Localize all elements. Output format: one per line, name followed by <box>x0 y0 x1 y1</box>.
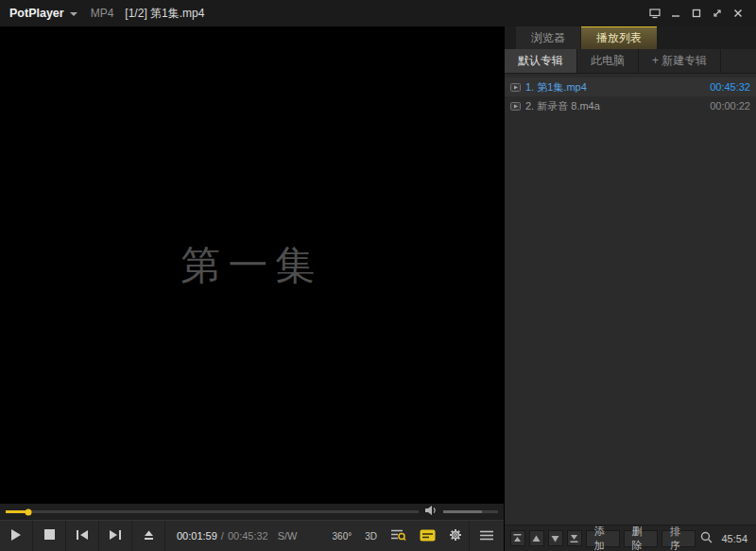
time-separator: / <box>221 530 224 542</box>
move-bottom-icon <box>570 532 578 545</box>
decoder-badge: S/W <box>278 530 298 542</box>
album-tab-new[interactable]: + 新建专辑 <box>639 49 721 73</box>
subtitle-button[interactable] <box>413 521 442 551</box>
maximize-button[interactable] <box>686 4 707 23</box>
playlist-search-button[interactable] <box>384 521 413 551</box>
close-icon <box>732 8 744 19</box>
potplayer-window: PotPlayer MP4 [1/2] 第1集.mp4 <box>0 0 756 551</box>
search-icon <box>700 531 713 546</box>
titlebar: PotPlayer MP4 [1/2] 第1集.mp4 <box>0 0 756 26</box>
window-controls <box>644 4 748 23</box>
playlist-search-icon <box>390 528 406 543</box>
maximize-icon <box>691 8 702 19</box>
tab-browser[interactable]: 浏览器 <box>516 26 580 49</box>
album-tab-default[interactable]: 默认专辑 <box>505 49 577 73</box>
playlist-item-name: 1. 第1集.mp4 <box>525 80 705 95</box>
skip-next-icon <box>109 529 122 543</box>
previous-button[interactable] <box>66 521 99 551</box>
playlist-item[interactable]: 2. 新录音 8.m4a 00:00:22 <box>505 96 756 115</box>
search-button[interactable] <box>699 530 714 546</box>
time-display: 00:01:59 / 00:45:32 S/W <box>165 521 309 551</box>
total-time: 00:45:32 <box>228 530 268 542</box>
open-eject-button[interactable] <box>132 521 165 551</box>
playlist-total-time: 45:54 <box>717 533 750 544</box>
eject-icon <box>143 529 155 543</box>
stop-button[interactable] <box>33 521 66 551</box>
hamburger-menu-icon <box>480 530 493 542</box>
skip-previous-icon <box>76 529 89 543</box>
app-title: PotPlayer <box>9 7 64 20</box>
media-file-icon <box>510 102 521 111</box>
playlist-item-duration: 00:45:32 <box>710 81 750 93</box>
playlist-item[interactable]: 1. 第1集.mp4 00:45:32 <box>505 77 756 96</box>
seek-knob[interactable] <box>26 508 32 515</box>
video-column: 第一集 <box>0 26 504 551</box>
playlist-item-duration: 00:00:22 <box>710 100 750 112</box>
panel-tabs: 浏览器 播放列表 <box>505 26 756 49</box>
play-icon <box>10 528 22 544</box>
main-area: 第一集 <box>0 26 756 551</box>
volume-icon[interactable] <box>424 505 438 519</box>
tab-playlist[interactable]: 播放列表 <box>581 26 657 49</box>
move-down-icon <box>551 532 559 545</box>
move-top-icon <box>513 532 522 545</box>
fullscreen-icon <box>712 8 723 19</box>
transport-bar: 00:01:59 / 00:45:32 S/W 360° 3D <box>0 520 504 551</box>
chevron-down-icon <box>70 12 77 16</box>
playlist-panel: 浏览器 播放列表 默认专辑 此电脑 + 新建专辑 1. 第1集.mp4 00:4… <box>504 26 756 551</box>
seek-row <box>0 504 504 520</box>
transport-right-buttons: 360° 3D <box>326 521 504 551</box>
playlist-footer: 添加 删除 排序 45:54 <box>505 525 756 551</box>
play-button[interactable] <box>0 521 33 551</box>
move-bottom-button[interactable] <box>567 530 582 546</box>
close-button[interactable] <box>728 4 748 23</box>
subtitle-icon <box>420 529 436 543</box>
window-title: [1/2] 第1集.mp4 <box>125 6 204 22</box>
move-down-button[interactable] <box>548 530 563 546</box>
playlist-item-name: 2. 新录音 8.m4a <box>525 99 705 113</box>
playlist: 1. 第1集.mp4 00:45:32 2. 新录音 8.m4a 00:00:2… <box>505 74 756 525</box>
video-area[interactable]: 第一集 <box>0 26 504 504</box>
always-on-top-button[interactable] <box>644 4 665 23</box>
album-tabs-filler <box>721 49 756 73</box>
always-on-top-icon <box>649 8 661 19</box>
seek-bar[interactable] <box>6 510 419 513</box>
mode-3d-button[interactable]: 3D <box>358 521 384 551</box>
album-tabs: 默认专辑 此电脑 + 新建专辑 <box>505 49 756 74</box>
next-button[interactable] <box>99 521 132 551</box>
gear-icon <box>449 528 462 543</box>
move-up-button[interactable] <box>529 530 544 546</box>
move-up-icon <box>532 532 541 545</box>
fullscreen-button[interactable] <box>707 4 728 23</box>
stop-icon <box>44 529 55 542</box>
settings-button[interactable] <box>442 521 469 551</box>
volume-fill <box>443 510 482 513</box>
volume-slider[interactable] <box>443 510 498 513</box>
menu-button[interactable] <box>469 521 504 551</box>
album-tab-this-pc[interactable]: 此电脑 <box>577 49 639 73</box>
media-file-icon <box>510 83 521 92</box>
video-caption: 第一集 <box>181 239 323 292</box>
add-button[interactable]: 添加 <box>586 530 620 547</box>
minimize-button[interactable] <box>665 4 686 23</box>
mode-360-button[interactable]: 360° <box>326 521 359 551</box>
app-menu-button[interactable]: PotPlayer <box>9 7 77 20</box>
move-top-button[interactable] <box>510 530 525 546</box>
sort-button[interactable]: 排序 <box>662 530 696 547</box>
format-badge: MP4 <box>91 7 114 20</box>
delete-button[interactable]: 删除 <box>624 530 658 547</box>
mode-360-label: 360° <box>333 531 352 542</box>
current-time: 00:01:59 <box>177 530 217 542</box>
mode-3d-label: 3D <box>365 531 377 542</box>
minimize-icon <box>670 8 681 19</box>
